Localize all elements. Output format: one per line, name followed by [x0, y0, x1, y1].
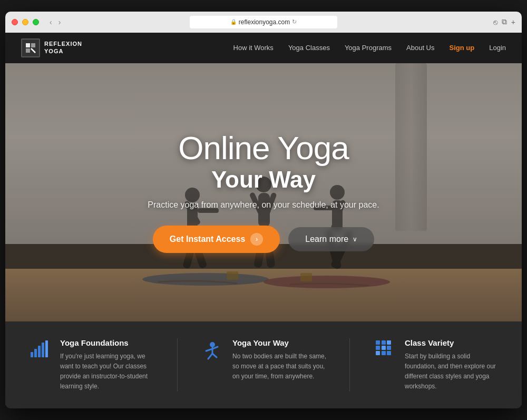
yoga-icon [199, 338, 224, 392]
website-content: REFLEXION YOGA How it Works Yoga Classes… [5, 33, 522, 409]
learn-more-button[interactable]: Learn more ∨ [288, 227, 374, 251]
refresh-icon[interactable]: ↻ [292, 18, 297, 25]
tabs-button[interactable]: ⧉ [502, 17, 507, 26]
nav-yoga-programs[interactable]: Yoga Programs [345, 44, 392, 52]
variety-title: Class Variety [405, 338, 501, 347]
address-bar[interactable]: 🔒 reflexionyoga.com ↻ [190, 16, 337, 28]
nav-about-us[interactable]: About Us [406, 44, 434, 52]
minimize-button[interactable] [22, 19, 28, 25]
your-way-title: Yoga Your Way [232, 338, 328, 347]
nav-links: How it Works Yoga Classes Yoga Programs … [233, 44, 506, 52]
logo-text: REFLEXION YOGA [44, 41, 82, 54]
svg-rect-0 [26, 43, 30, 47]
nav-how-it-works[interactable]: How it Works [233, 44, 274, 52]
maximize-button[interactable] [33, 19, 39, 25]
btn-arrow-icon: › [250, 233, 263, 246]
new-tab-button[interactable]: + [511, 17, 515, 26]
share-button[interactable]: ⎋ [493, 17, 497, 26]
hero-section: Online Yoga Your Way Practice yoga from … [5, 63, 522, 321]
grid-icon [376, 340, 392, 355]
svg-line-3 [31, 48, 35, 53]
your-way-text: Yoga Your Way No two bodies are built th… [232, 338, 328, 392]
logo-icon [21, 38, 40, 57]
feature-foundations: Yoga Foundations If you're just learning… [26, 338, 156, 392]
your-way-description: No two bodies are built the same, so mov… [232, 351, 328, 382]
hero-subtitle: Practice yoga from anywhere, on your sch… [148, 200, 379, 210]
features-section: Yoga Foundations If you're just learning… [5, 321, 522, 409]
grid-cell-5 [382, 346, 386, 350]
foundations-description: If you're just learning yoga, we want to… [60, 351, 156, 392]
yoga-pose-icon [201, 340, 222, 362]
grid-cell-1 [376, 340, 380, 345]
url-text: reflexionyoga.com [239, 18, 290, 26]
lock-icon: 🔒 [230, 19, 237, 25]
forward-button[interactable]: › [56, 17, 63, 27]
hero-content: Online Yoga Your Way Practice yoga from … [148, 132, 379, 253]
feature-variety: Class Variety Start by building a solid … [371, 338, 501, 392]
grid-cell-2 [382, 340, 386, 345]
chevron-down-icon: ∨ [353, 236, 357, 243]
grid-cell-4 [376, 346, 380, 350]
hero-buttons: Get Instant Access › Learn more ∨ [148, 226, 379, 253]
bar-2 [34, 349, 37, 357]
variety-text: Class Variety Start by building a solid … [405, 338, 501, 392]
grid-cell-9 [387, 351, 391, 355]
svg-rect-2 [26, 48, 30, 53]
btn-secondary-label: Learn more [305, 235, 348, 244]
browser-window: ‹ › 🔒 reflexionyoga.com ↻ ⎋ ⧉ + [5, 12, 522, 409]
grid-cell-7 [376, 351, 380, 355]
feature-your-way: Yoga Your Way No two bodies are built th… [199, 338, 328, 392]
divider-1 [177, 338, 178, 392]
foundations-title: Yoga Foundations [60, 338, 156, 347]
browser-titlebar: ‹ › 🔒 reflexionyoga.com ↻ ⎋ ⧉ + [5, 12, 522, 33]
variety-description: Start by building a solid foundation, an… [405, 351, 501, 392]
svg-rect-1 [31, 43, 35, 47]
logo[interactable]: REFLEXION YOGA [21, 38, 82, 57]
variety-icon [371, 338, 396, 392]
nav-login[interactable]: Login [489, 44, 506, 52]
bar-4 [42, 343, 44, 357]
back-button[interactable]: ‹ [47, 17, 54, 27]
bar-1 [31, 352, 33, 357]
hero-title-main: Online Yoga [148, 132, 379, 164]
foundations-icon [26, 338, 52, 392]
navbar: REFLEXION YOGA How it Works Yoga Classes… [5, 33, 522, 63]
hero-title-sub: Your Way [148, 167, 379, 193]
grid-cell-6 [387, 346, 391, 350]
bar-3 [38, 346, 41, 357]
divider-2 [349, 338, 350, 392]
bar-chart-icon [31, 340, 48, 357]
grid-cell-3 [387, 340, 391, 345]
btn-primary-label: Get Instant Access [170, 235, 245, 244]
bar-5 [45, 340, 48, 357]
close-button[interactable] [12, 19, 18, 25]
grid-cell-8 [382, 351, 386, 355]
nav-yoga-classes[interactable]: Yoga Classes [288, 44, 330, 52]
nav-signup[interactable]: Sign up [450, 44, 475, 52]
foundations-text: Yoga Foundations If you're just learning… [60, 338, 156, 392]
get-instant-access-button[interactable]: Get Instant Access › [153, 226, 280, 253]
